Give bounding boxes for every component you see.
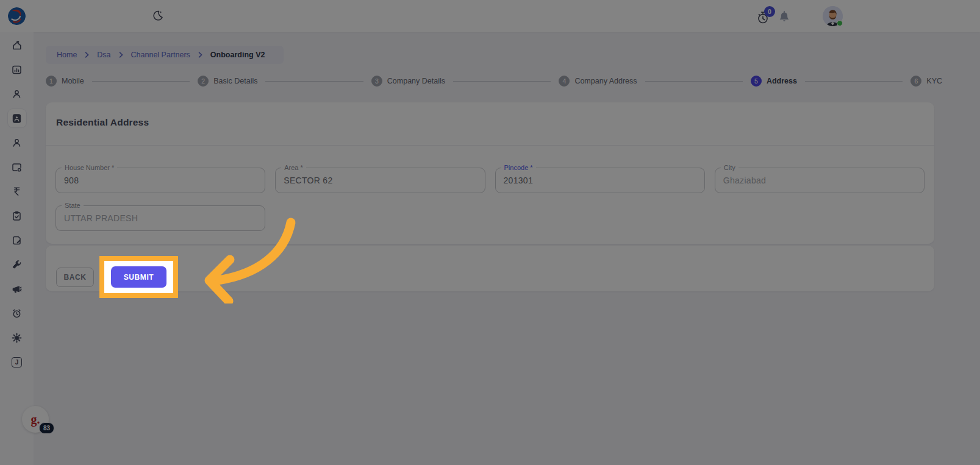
submit-button[interactable]: SUBMIT <box>111 266 166 288</box>
tutorial-highlight-box: SUBMIT <box>99 256 178 298</box>
tutorial-dim-overlay <box>0 0 980 465</box>
